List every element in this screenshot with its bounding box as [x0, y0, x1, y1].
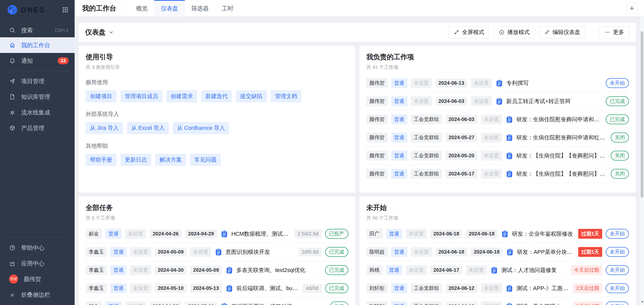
work-item-title[interactable]: 测试：工会管理-》工惠e家-》…: [516, 303, 569, 305]
sprint-tag: 工会党群组: [411, 151, 442, 161]
sidebar-item-user[interactable]: 伟贺 颜伟贺: [0, 271, 75, 287]
sidebar-item-wiki-management[interactable]: 知识库管理: [0, 89, 75, 105]
dashboard-title-dropdown[interactable]: 仪表盘: [85, 28, 114, 37]
status-pill[interactable]: 未开始: [606, 265, 629, 275]
status-pill[interactable]: 未开始: [606, 283, 629, 293]
sidebar-item-my-workspace[interactable]: 我的工作台: [0, 37, 75, 53]
work-item-row[interactable]: 李鑫玉普通未设置2024-05-09未设置意图识别模块开发2d/0.6d已完成: [86, 243, 348, 261]
clipboard-task-icon: [496, 98, 503, 105]
assignee-tag: 郝金: [86, 229, 102, 239]
work-item-title[interactable]: 研发：【生病住院】【丧葬慰问】【红娘奖】: [516, 152, 607, 160]
work-item-title[interactable]: 专利撰写: [506, 79, 602, 87]
status-pill[interactable]: 关闭: [611, 151, 629, 161]
work-item-title[interactable]: 多表关联查询、text2sql优化: [236, 266, 321, 274]
status-pill[interactable]: 已完成: [606, 114, 629, 124]
add-tab-button[interactable]: +: [626, 3, 637, 14]
work-item-row[interactable]: 刘轩彤普通工会党群组2024-06-12未设置测试：APP-》工惠e家-》工会……: [366, 279, 629, 297]
status-pill[interactable]: 关闭: [611, 133, 629, 142]
guide-link-chip[interactable]: 管理文档: [271, 90, 301, 102]
work-item-row[interactable]: 郝金普通未设置2024-04-262024-04-29HCM数据梳理、测试数据整…: [86, 225, 348, 243]
fullscreen-button[interactable]: 全屏模式: [448, 26, 489, 38]
status-pill[interactable]: 未开始: [606, 229, 629, 239]
guide-link-chip[interactable]: 管理项目成员: [120, 90, 162, 102]
work-item-title[interactable]: 意图识别模块开发: [226, 248, 294, 256]
work-item-row[interactable]: 李鑫玉普通未设置2024-05-102024-05-13前后端联调、测试、bug…: [86, 279, 348, 297]
work-item-row[interactable]: 颜伟贺普通工会党群组2024-05-27未设置研发：生病住院慰丧葬问申请和红娘奖…: [366, 129, 629, 147]
guide-link-chip[interactable]: 从 Jira 导入: [86, 122, 123, 134]
work-item-title[interactable]: 研发：企业年鉴权限修改: [512, 230, 574, 238]
more-button[interactable]: 更多: [599, 26, 629, 38]
sidebar-item-pipeline-integration[interactable]: 流水线集成: [0, 105, 75, 120]
sidebar-item-collapse[interactable]: « 折叠侧边栏: [0, 287, 75, 302]
scrollbar-thumb[interactable]: [641, 31, 643, 198]
work-item-row[interactable]: 田广普通未设置2024-06-182024-06-18研发：企业年鉴权限修改过期…: [366, 225, 629, 243]
work-item-row[interactable]: 颜伟贺普通未设置2024-06-03未设置新员工转正考试+转正答辩已完成: [366, 92, 629, 110]
work-item-title[interactable]: 前端页面开发、接口对接: [231, 303, 326, 305]
sidebar-item-product-management[interactable]: 产品管理: [0, 120, 75, 136]
status-pill[interactable]: 未开始: [606, 247, 629, 257]
work-item-row[interactable]: 刘轩彤普通工会党群组2024-06-13未设置测试：工会管理-》工惠e家-》…2…: [366, 297, 629, 305]
work-item-row[interactable]: 李鑫玉普通未设置2024-04-302024-05-09多表关联查询、text2…: [86, 261, 348, 279]
clipboard-task-icon: [490, 266, 498, 274]
work-item-title[interactable]: HCM数据梳理、测试数据整理: [231, 230, 290, 238]
work-item-row[interactable]: 颜伟贺普通工会党群组2024-06-03未设置研发：生病住院慰丧葬问申请和红娘奖…: [366, 110, 629, 129]
work-item-row[interactable]: 颜伟贺普通未设置2024-06-13未设置专利撰写未开始: [366, 74, 629, 92]
work-item-title[interactable]: 研发：生病住院慰丧葬问申请和红娘奖申请…: [516, 116, 602, 123]
guide-link-chip[interactable]: 提交缺陷: [236, 90, 267, 102]
assignee-tag: 李鑫玉: [86, 247, 107, 257]
work-item-row[interactable]: 韩桃普通未设置2024-06-17未设置测试：人才池问题修复今天后过期未开始: [366, 261, 629, 279]
user-name: 颜伟贺: [24, 275, 41, 283]
status-pill[interactable]: 已完成: [606, 96, 629, 106]
status-pill[interactable]: 未开始: [606, 78, 629, 88]
work-item-row[interactable]: 郝金普通未设置2024-04-282024-05-10前端页面开发、接口对接关闭: [86, 297, 348, 305]
work-item-list: 颜伟贺普通未设置2024-06-13未设置专利撰写未开始颜伟贺普通未设置2024…: [366, 74, 629, 183]
sidebar-spacer: [0, 136, 75, 235]
guide-link-chip[interactable]: 解决方案: [155, 154, 186, 166]
apps-grid-icon[interactable]: [62, 7, 69, 13]
work-item-row[interactable]: 颜伟贺普通工会党群组2024-05-20未设置研发：【生病住院】【丧葬慰问】【红…: [366, 147, 629, 165]
status-pill[interactable]: 已完成: [325, 283, 348, 293]
status-pill[interactable]: 已完成: [325, 247, 348, 257]
tab-worktime[interactable]: 工时: [215, 0, 240, 17]
guide-link-chip[interactable]: 创建项目: [86, 90, 116, 102]
status-pill[interactable]: 关闭: [330, 301, 348, 305]
guide-link-chip[interactable]: 新建迭代: [201, 90, 232, 102]
work-item-title[interactable]: 研发：生病住院慰丧葬问申请和红娘奖申请审…: [516, 134, 607, 141]
sprint-tag: 未设置: [130, 247, 151, 257]
play-mode-button[interactable]: 播放模式: [494, 26, 535, 38]
work-item-row[interactable]: 陈明超普通未设置2024-06-182024-06-18研发：APP菜单分块展示…: [366, 243, 629, 261]
tab-overview[interactable]: 概览: [130, 0, 154, 17]
edit-dashboard-button[interactable]: 编辑仪表盘: [539, 26, 586, 38]
guide-link-chip[interactable]: 帮助手册: [86, 154, 116, 166]
priority-tag: 普通: [391, 114, 407, 124]
sidebar-item-help-center[interactable]: 帮助中心: [0, 240, 75, 256]
tab-filters[interactable]: 筛选器: [185, 0, 215, 17]
guide-link-chip[interactable]: 创建需求: [166, 90, 197, 102]
work-item-title[interactable]: 测试：APP-》工惠e家-》工会…: [516, 285, 569, 292]
sidebar-item-project-management[interactable]: 项目管理: [0, 73, 75, 89]
sidebar-item-notifications[interactable]: 通知 33: [0, 53, 75, 69]
work-item-title[interactable]: 研发：【生病住院】【丧葬慰问】后端研发: [516, 170, 607, 178]
guide-link-chip[interactable]: 从 Confluence 导入: [173, 122, 229, 134]
search-bar[interactable]: 搜索 Ctrl+J: [0, 25, 75, 36]
guide-link-chip[interactable]: 从 Excel 导入: [127, 122, 169, 134]
work-item-row[interactable]: 颜伟贺普通工会党群组2024-05-17未设置研发：【生病住院】【丧葬慰问】后端…: [366, 165, 629, 183]
page-scrollbar[interactable]: ▼: [640, 17, 644, 305]
scrollbar-down-arrow[interactable]: ▼: [641, 300, 643, 304]
work-item-title[interactable]: 新员工转正考试+转正答辩: [506, 98, 602, 105]
work-item-title[interactable]: 测试：人才池问题修复: [501, 266, 567, 274]
clipboard-task-icon: [506, 303, 513, 305]
work-item-title[interactable]: 前后端联调、测试、bug优化: [236, 285, 299, 292]
guide-link-chip[interactable]: 常见问题: [190, 154, 221, 166]
guide-link-chip[interactable]: 更新日志: [120, 154, 151, 166]
status-pill[interactable]: 已完成: [325, 265, 348, 275]
status-pill[interactable]: 关闭: [611, 169, 629, 179]
sidebar-item-label: 帮助中心: [21, 244, 44, 252]
status-pill[interactable]: 已投产: [325, 229, 348, 239]
status-pill[interactable]: 未开始: [606, 301, 629, 305]
tab-dashboard[interactable]: 仪表盘: [154, 0, 185, 17]
appstore-icon: [9, 260, 16, 267]
sidebar-item-app-center[interactable]: 应用中心: [0, 256, 75, 271]
work-item-title[interactable]: 研发：APP菜单分块展示研发中…: [517, 248, 574, 256]
sidebar-footer: 帮助中心 应用中心 伟贺 颜伟贺 « 折叠侧边栏: [0, 235, 75, 302]
